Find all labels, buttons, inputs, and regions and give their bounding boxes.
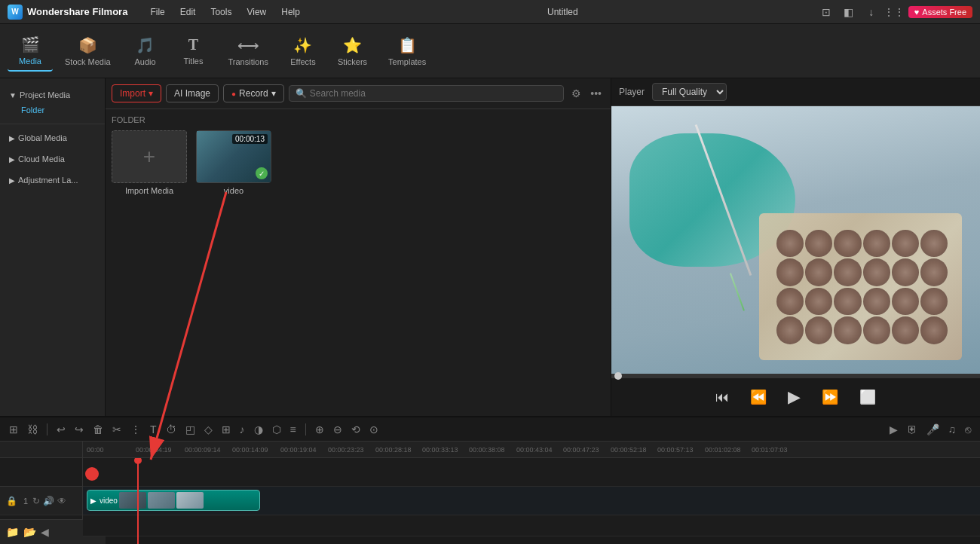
timeline-text-btn[interactable]: T — [147, 422, 160, 437]
more-options-icon[interactable]: ••• — [587, 86, 605, 101]
main-area: ▼ Project Media Folder ▶ Global Media ▶ … — [0, 78, 980, 416]
import-thumb: + — [112, 130, 187, 183]
menu-edit[interactable]: Edit — [173, 0, 204, 23]
tool-stock[interactable]: 📦 Stock Media — [56, 32, 120, 71]
fullscreen-button[interactable]: ⬜ — [856, 386, 879, 408]
timeline-mask-btn[interactable]: ⬡ — [269, 422, 284, 437]
timeline-play-btn[interactable]: ▶ — [887, 422, 901, 437]
timeline-extra-btn2[interactable]: ⊖ — [330, 422, 345, 437]
well-15 — [834, 288, 861, 315]
timeline-crop-btn[interactable]: ◰ — [182, 422, 198, 437]
menu-help[interactable]: Help — [274, 0, 308, 23]
grid-icon[interactable]: ⋮⋮ — [886, 4, 902, 20]
timeline-snap-btn[interactable]: ⊞ — [6, 422, 21, 437]
track-eye-icon[interactable]: 👁 — [57, 496, 66, 506]
video-record-icon[interactable]: ◧ — [841, 4, 857, 20]
timeline-mic-btn[interactable]: 🎤 — [923, 422, 942, 437]
menu-file[interactable]: File — [142, 0, 172, 23]
player-progress[interactable] — [611, 374, 980, 378]
timeline-audio-btn[interactable]: ♪ — [237, 422, 248, 437]
timeline-export-btn[interactable]: ⎋ — [962, 422, 974, 437]
video-clip[interactable]: ▶ video — [87, 490, 260, 511]
sidebar-cloud-media[interactable]: ▶ Cloud Media — [6, 151, 99, 167]
play-button[interactable]: ▶ — [785, 384, 804, 410]
tool-titles[interactable]: T Titles — [171, 32, 216, 70]
timeline-delete-btn[interactable]: 🗑 — [90, 422, 106, 437]
record-chevron-icon: ▾ — [271, 88, 276, 99]
rewind-button[interactable]: ⏮ — [712, 387, 732, 408]
assets-badge[interactable]: ♥ Assets Free — [908, 6, 972, 18]
timeline-speed-btn[interactable]: ⏱ — [163, 422, 179, 437]
step-back-button[interactable]: ⏪ — [747, 386, 770, 408]
video-duration: 00:00:13 — [232, 134, 268, 144]
timeline-keyframe-btn[interactable]: ◇ — [201, 422, 216, 437]
track-loop-icon[interactable]: ↻ — [32, 496, 40, 506]
ai-image-label: AI Image — [174, 88, 210, 99]
effects-icon: ✨ — [293, 36, 312, 54]
timeline-link-btn[interactable]: ⛓ — [24, 422, 41, 437]
tool-transitions[interactable]: ⟷ Transitions — [219, 32, 277, 71]
timeline-undo-btn[interactable]: ↩ — [54, 422, 69, 437]
timeline-extra-btn4[interactable]: ⊙ — [366, 422, 381, 437]
search-input[interactable] — [310, 88, 558, 99]
import-button[interactable]: Import ▾ — [112, 84, 161, 102]
timeline-cut-btn[interactable]: ✂ — [109, 422, 124, 437]
well-23 — [892, 316, 919, 344]
sidebar-project-media[interactable]: ▼ Project Media — [6, 87, 99, 102]
record-dot-icon: ● — [231, 90, 236, 98]
new-folder-icon[interactable]: 📂 — [23, 526, 36, 538]
new-bin-icon[interactable]: 📁 — [6, 526, 19, 538]
well-8 — [805, 258, 832, 286]
well-7 — [776, 258, 804, 286]
timeline-extra-btn3[interactable]: ⟲ — [348, 422, 363, 437]
clip-thumb-3 — [176, 492, 204, 509]
tool-stickers[interactable]: ⭐ Stickers — [329, 32, 376, 71]
lab-background — [611, 106, 980, 374]
playhead-row — [83, 458, 980, 487]
well-5 — [892, 230, 919, 257]
ruler-mark-12: 00:00:57:13 — [657, 446, 694, 454]
ai-image-button[interactable]: AI Image — [166, 84, 219, 102]
ruler-mark-9: 00:00:43:04 — [516, 446, 553, 454]
player-header: Player Full Quality 1/2 Quality 1/4 Qual… — [611, 78, 980, 106]
tool-effects[interactable]: ✨ Effects — [280, 32, 326, 71]
sidebar-adjustment[interactable]: ▶ Adjustment La... — [6, 173, 99, 188]
timeline-split-btn[interactable]: ⋮ — [127, 422, 144, 437]
collapse-icon[interactable]: ◀ — [41, 526, 49, 538]
record-button[interactable]: ● Record ▾ — [223, 84, 284, 102]
sidebar-global-media[interactable]: ▶ Global Media — [6, 130, 99, 145]
logo-icon: W — [8, 5, 23, 20]
tool-audio[interactable]: 🎵 Audio — [123, 32, 168, 71]
monitor-icon[interactable]: ⊡ — [818, 4, 835, 20]
timeline-transform-btn[interactable]: ⊞ — [219, 422, 234, 437]
sidebar-folder[interactable]: Folder — [6, 102, 99, 118]
timeline-shield-btn[interactable]: ⛨ — [904, 422, 920, 437]
track-volume-icon[interactable]: 🔊 — [43, 496, 54, 506]
sidebar-project-media-section: ▼ Project Media Folder — [0, 84, 105, 121]
audio-icon: 🎵 — [136, 36, 155, 54]
filter-icon[interactable]: ⚙ — [568, 86, 584, 101]
download-icon[interactable]: ↓ — [863, 4, 880, 20]
import-media-item[interactable]: + Import Media — [112, 130, 187, 195]
timeline-redo-btn[interactable]: ↪ — [72, 422, 87, 437]
quality-select[interactable]: Full Quality 1/2 Quality 1/4 Quality — [652, 83, 727, 101]
tool-templates[interactable]: 📋 Templates — [379, 32, 435, 71]
timeline-ruler-area: 00:00 00:00:04:19 00:00:09:14 00:00:14:0… — [83, 442, 980, 544]
tool-media[interactable]: 🎬 Media — [8, 31, 53, 72]
menu-view[interactable]: View — [239, 0, 274, 23]
timeline-eq-btn[interactable]: ≡ — [287, 422, 299, 437]
topbar: W Wondershare Filmora File Edit Tools Vi… — [0, 0, 980, 24]
menu-tools[interactable]: Tools — [203, 0, 239, 23]
chevron-right-icon-3: ▶ — [9, 176, 15, 185]
step-forward-button[interactable]: ⏩ — [819, 386, 841, 408]
sidebar-divider-1 — [0, 124, 105, 124]
timeline-voice-btn[interactable]: ♫ — [945, 422, 960, 437]
video-media-item[interactable]: 00:00:13 ✓ video — [196, 130, 271, 195]
tl-sep-1 — [47, 423, 47, 436]
timeline-extra-btn1[interactable]: ⊕ — [312, 422, 327, 437]
ruler-mark-7: 00:00:33:13 — [422, 446, 458, 454]
track-lock-icon[interactable]: 🔒 — [6, 496, 17, 506]
timeline-color-btn[interactable]: ◑ — [251, 422, 266, 437]
import-chevron-icon: ▾ — [149, 88, 153, 99]
clip-thumb-1 — [119, 492, 146, 509]
